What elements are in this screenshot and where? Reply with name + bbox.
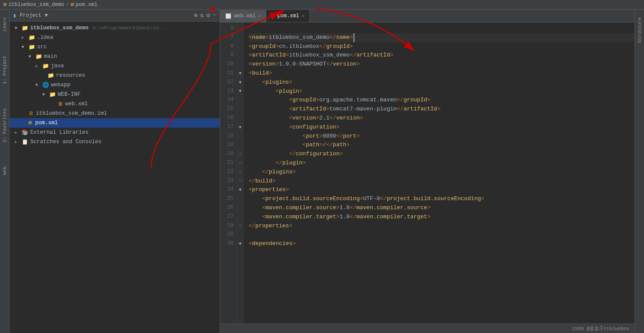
side-tab-project[interactable]: 1: Project [1,52,9,88]
code-line-15: <artifactId>tomcat7-maven-plugin</artifa… [249,105,635,114]
code-line-13: <plugin> [249,87,635,96]
code-line-14: <groupId>org.apache.tomcat.maven</groupI… [249,96,635,105]
tab-webxml[interactable]: ⬜ web.xml ✕ [220,10,266,22]
fold-15 [237,105,243,114]
folder-resources-icon: 📁 [47,72,54,79]
tree-item-iml[interactable]: 🗎 itbluebox_ssm_demo.iml [9,109,220,118]
fold-23[interactable]: ▽ [237,177,243,186]
tree-item-webinf[interactable]: ▼ 📁 WEB-INF [9,90,220,99]
fold-26 [237,204,243,213]
code-line-26: <maven.compiler.source>1.8</maven.compil… [249,204,635,213]
fold-11[interactable]: ▼ [237,69,243,78]
fold-21[interactable]: ▽ [237,159,243,168]
project-panel: ▮ Project ▼ ⊕ ⇅ ⚙ − ▼ 📁 itbluebox_ssm_de… [9,9,220,333]
fold-19 [237,141,243,150]
caret [354,33,358,42]
fold-17[interactable]: ▼ [237,123,243,132]
code-line-8: <groupId>cn.itbluebox</groupId> [249,42,635,51]
code-line-10: <version>1.0.0-SNAPSHOT</version> [249,60,635,69]
tree-item-src[interactable]: ▼ 📁 src [9,42,220,52]
tree-java-label: java [51,63,64,69]
fold-9 [237,51,243,60]
arrow-main: ▼ [28,54,34,59]
tree-item-webapp[interactable]: ▼ 🌐 webapp [9,80,220,90]
title-icon2: m [71,2,74,8]
tree-item-main[interactable]: ▼ 📁 main [9,52,220,61]
code-line-21: </plugin> [249,159,635,168]
code-line-16: <version>2.1</version> [249,114,635,123]
tab-webxml-close[interactable]: ✕ [258,13,261,19]
tree-iml-label: itbluebox_ssm_demo.iml [36,110,107,116]
arrow-idea: ▶ [22,35,27,40]
project-folder-icon: ▮ [13,12,16,19]
tree-src-label: src [37,44,47,50]
fold-22[interactable]: ▽ [237,168,243,177]
folder-idea-icon: 📁 [28,34,35,41]
tree-item-idea[interactable]: ▶ 📁 .idea [9,33,220,42]
arrow-root: ▼ [15,26,20,31]
code-line-9: <artifactId>itbluebox_ssm_demo</artifact… [249,51,635,60]
arrow-java: ▶ [35,63,41,69]
code-line-6 [249,24,635,33]
fold-gutter: ▼ ▼ ▼ ▼ ▽ ▽ ▽ ▽ ▼ ▽ ▼ [237,22,243,324]
side-tab-favorites[interactable]: 2: Favorites [1,105,9,146]
side-tab-learn[interactable]: Learn [1,14,9,35]
code-body[interactable]: <name>itbluebox_ssm_demo</name> <groupId… [243,22,635,324]
code-line-25: <project.build.sourceEncoding>UTF-8</pro… [249,195,635,204]
collapse-icon[interactable]: ⇅ [200,12,204,19]
fold-27 [237,213,243,222]
side-tab-web[interactable]: Web [1,163,9,179]
fold-8 [237,42,243,51]
fold-24[interactable]: ▼ [237,185,243,195]
file-webxml-icon: 🗎 [58,101,63,107]
tree-webapp-label: webapp [51,82,70,88]
editor-wrapper: ⬜ web.xml ✕ m pom.xml ✕ 6 7 8 9 10 11 12… [220,9,635,333]
add-icon[interactable]: ⊕ [194,12,197,19]
tree-root-label: itbluebox_ssm_demo [30,25,88,31]
tree-item-extlib[interactable]: ▶ 📚 External Libraries [9,128,220,137]
code-line-20: </configuration> [249,150,635,159]
fold-10 [237,60,243,69]
tree-root[interactable]: ▼ 📁 itbluebox_ssm_demo D:\AProgramWorkSp… [9,23,220,33]
folder-src-icon: 📁 [28,44,35,50]
fold-7 [237,33,243,42]
project-header: ▮ Project ▼ ⊕ ⇅ ⚙ − [9,9,220,22]
minimize-icon[interactable]: − [213,12,216,19]
fold-30[interactable]: ▼ [237,239,243,248]
tree-resources-label: resources [56,72,85,79]
fold-20[interactable]: ▽ [237,150,243,159]
title-project: itbluebox_ssm_demo [8,2,64,8]
fold-28[interactable]: ▽ [237,222,243,231]
tree-item-java[interactable]: ▶ 📁 java [9,61,220,71]
fold-12[interactable]: ▼ [237,78,243,87]
fold-14 [237,96,243,105]
tree-pom-label: pom.xml [35,120,58,126]
tab-pomxml[interactable]: m pom.xml ✕ [266,10,310,22]
tab-pomxml-label: pom.xml [278,13,299,19]
tree-root-path: D:\AProgramWorkSpace\id... [93,25,167,31]
tree-extlib-label: External Libraries [30,129,88,135]
code-line-7: <name>itbluebox_ssm_demo</name> [249,33,635,42]
tab-pomxml-close[interactable]: ✕ [302,13,304,19]
tree-item-resources[interactable]: 📁 resources [9,71,220,80]
tree-item-pom[interactable]: m pom.xml [9,118,220,128]
settings-icon[interactable]: ⚙ [206,12,210,19]
code-line-23: </build> [249,177,635,186]
main-layout: Learn 1: Project 2: Favorites Web ▮ Proj… [0,9,644,333]
fold-29 [237,230,243,239]
file-iml-icon: 🗎 [28,110,34,117]
arrow-scratches: ▶ [15,139,20,145]
folder-webapp-icon: 🌐 [42,82,49,88]
code-line-28: </properties> [249,222,635,231]
side-tab-structure[interactable]: Structure [636,14,644,46]
tree-main-label: main [44,53,57,60]
tab-webxml-label: web.xml [234,13,256,19]
tab-pomxml-icon: m [271,13,275,19]
fold-13[interactable]: ▼ [237,87,243,96]
folder-main-icon: 📁 [35,53,42,60]
tree-item-scratches[interactable]: ▶ 📋 Scratches and Consoles [9,137,220,147]
side-tabs-right: Structure [635,9,644,333]
code-line-30: <dependencies> [249,239,635,248]
tree-item-webxml[interactable]: 🗎 web.xml [9,99,220,109]
title-separator: / [66,2,69,8]
